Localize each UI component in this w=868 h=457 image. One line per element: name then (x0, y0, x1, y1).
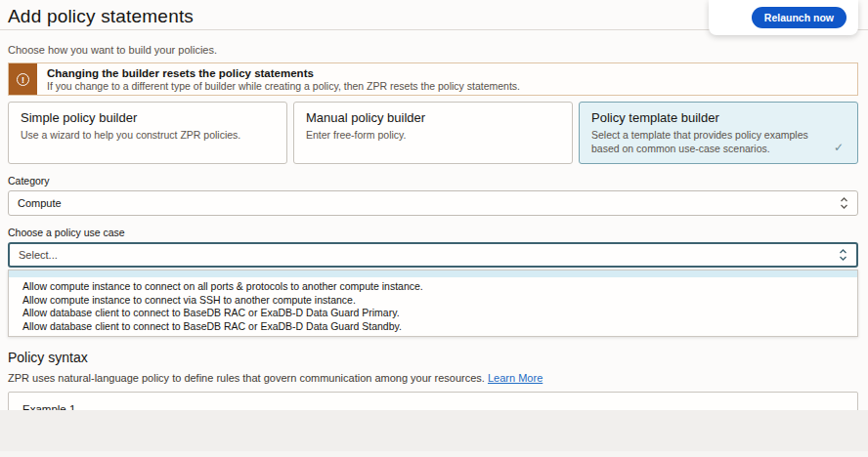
dropdown-option[interactable]: Allow compute instance to connect on all… (9, 279, 857, 293)
dropdown-option[interactable]: Allow database client to connect to Base… (9, 319, 857, 333)
use-case-select-placeholder: Select... (19, 249, 58, 261)
warning-body: If you change to a different type of bui… (47, 80, 520, 92)
card-title: Simple policy builder (21, 110, 275, 125)
card-policy-template-builder[interactable]: Policy template builder Select a templat… (579, 102, 858, 164)
builder-choice-subtitle: Choose how you want to build your polici… (8, 44, 858, 56)
dropdown-option[interactable]: Allow compute instance to connect via SS… (9, 293, 857, 307)
policy-syntax-description-text: ZPR uses natural-language policy to defi… (8, 372, 485, 384)
category-label: Category (8, 175, 858, 187)
category-select-value: Compute (18, 197, 62, 209)
category-select[interactable]: Compute (8, 190, 858, 216)
chevron-up-down-icon (840, 196, 848, 210)
footer-light-strip (0, 451, 868, 457)
use-case-label: Choose a policy use case (8, 227, 858, 238)
learn-more-link[interactable]: Learn More (488, 372, 542, 384)
card-title: Policy template builder (591, 110, 846, 125)
use-case-dropdown: Allow compute instance to connect on all… (8, 270, 858, 337)
use-case-select[interactable]: Select... (8, 242, 858, 268)
relaunch-now-button[interactable]: Relaunch now (752, 7, 846, 28)
warning-banner: ! Changing the builder resets the policy… (8, 62, 858, 96)
card-description: Enter free-form policy. (306, 129, 560, 143)
warning-icon-block: ! (9, 63, 37, 95)
page-footer-area (0, 410, 868, 457)
relaunch-popup: Relaunch now (709, 0, 858, 35)
policy-syntax-description: ZPR uses natural-language policy to defi… (8, 372, 858, 384)
warning-title: Changing the builder resets the policy s… (47, 67, 520, 79)
add-policy-statements-page: Add policy statements Choose how you wan… (0, 0, 868, 457)
card-simple-policy-builder[interactable]: Simple policy builder Use a wizard to he… (8, 102, 287, 164)
warning-icon: ! (17, 73, 29, 86)
builder-cards: Simple policy builder Use a wizard to he… (8, 102, 858, 164)
dropdown-option[interactable]: Allow database client to connect to Base… (9, 306, 857, 319)
card-manual-policy-builder[interactable]: Manual policy builder Enter free-form po… (293, 102, 573, 164)
card-description: Select a template that provides policy e… (591, 129, 846, 155)
check-icon: ✓ (834, 141, 844, 154)
dropdown-selected-highlight (9, 270, 857, 277)
chevron-up-down-icon (839, 248, 847, 262)
policy-syntax-heading: Policy syntax (8, 350, 858, 365)
card-title: Manual policy builder (306, 110, 560, 125)
card-description: Use a wizard to help you construct ZPR p… (21, 129, 275, 143)
